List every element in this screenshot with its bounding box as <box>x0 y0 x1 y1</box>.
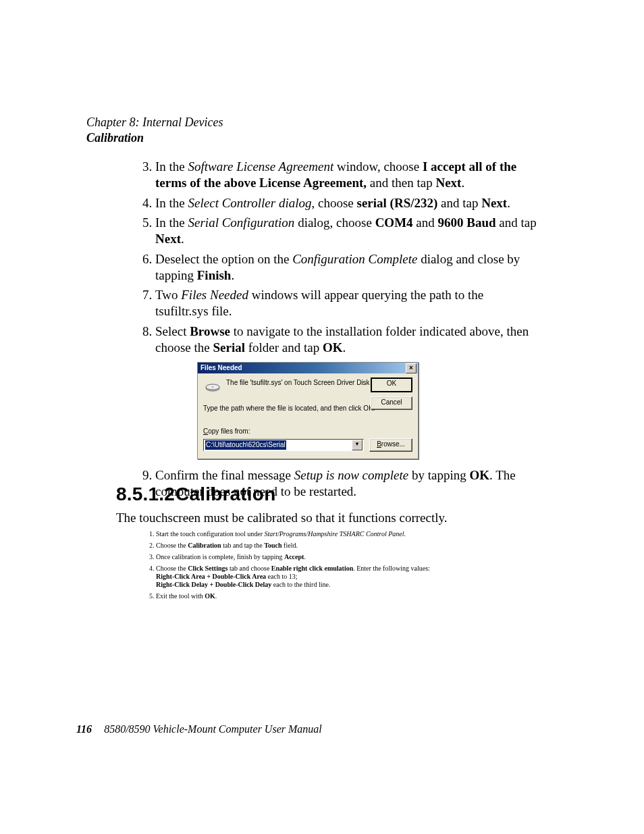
page-number: 116 <box>76 723 92 735</box>
section-heading: 8.5.1.2Calibration <box>116 482 548 506</box>
cal-step-3: Once calibration is complete, finish by … <box>156 553 548 561</box>
main-content: In the Software License Agreement window… <box>132 159 537 503</box>
page-footer: 1168580/8590 Vehicle-Mount Computer User… <box>76 723 322 736</box>
dialog-body: The file 'tsufiltr.sys' on Touch Screen … <box>198 373 418 459</box>
copy-from-label: Copy files from: <box>203 427 412 436</box>
browse-button[interactable]: Browse... <box>369 438 412 452</box>
svg-point-2 <box>211 386 214 388</box>
path-input[interactable]: C:\Util\atouch\620cs\Serial ▼ <box>203 439 364 451</box>
cal-step-1: Start the touch configuration tool under… <box>156 530 548 538</box>
cal-step-4: Choose the Click Settings tab and choose… <box>156 565 548 589</box>
path-value: C:\Util\atouch\620cs\Serial <box>205 440 286 450</box>
step-4: In the Select Controller dialog, choose … <box>155 195 537 211</box>
dropdown-icon[interactable]: ▼ <box>352 440 363 450</box>
manual-title: 8580/8590 Vehicle-Mount Computer User Ma… <box>104 723 322 735</box>
steps-list-2: Start the touch configuration tool under… <box>132 530 548 600</box>
dialog-title: Files Needed <box>200 364 242 373</box>
running-header: Chapter 8: Internal Devices Calibration <box>86 115 223 145</box>
section-calibration: 8.5.1.2Calibration The touchscreen must … <box>116 482 548 604</box>
step-7: Two Files Needed windows will appear que… <box>155 287 537 319</box>
step-5: In the Serial Configuration dialog, choo… <box>155 215 537 247</box>
step-8: Select Browse to navigate to the install… <box>155 323 537 459</box>
page: Chapter 8: Internal Devices Calibration … <box>0 0 644 834</box>
dialog-window: Files Needed × The file 'tsufiltr.sys' o… <box>197 362 419 459</box>
cal-step-5: Exit the tool with OK. <box>156 592 548 600</box>
dialog-titlebar: Files Needed × <box>198 363 418 373</box>
cal-step-2: Choose the Calibration tab and tap the T… <box>156 542 548 550</box>
disk-icon <box>205 380 221 392</box>
step-3: In the Software License Agreement window… <box>155 159 537 191</box>
files-needed-dialog: Files Needed × The file 'tsufiltr.sys' o… <box>197 362 537 459</box>
chapter-label: Chapter 8: Internal Devices <box>86 115 223 130</box>
section-label: Calibration <box>86 130 223 146</box>
step-6: Deselect the option on the Configuration… <box>155 251 537 284</box>
ok-button[interactable]: OK <box>371 377 412 392</box>
steps-list-1: In the Software License Agreement window… <box>132 159 537 499</box>
cancel-button[interactable]: Cancel <box>371 396 412 410</box>
section-intro: The touchscreen must be calibrated so th… <box>116 510 548 526</box>
close-icon[interactable]: × <box>406 363 417 373</box>
